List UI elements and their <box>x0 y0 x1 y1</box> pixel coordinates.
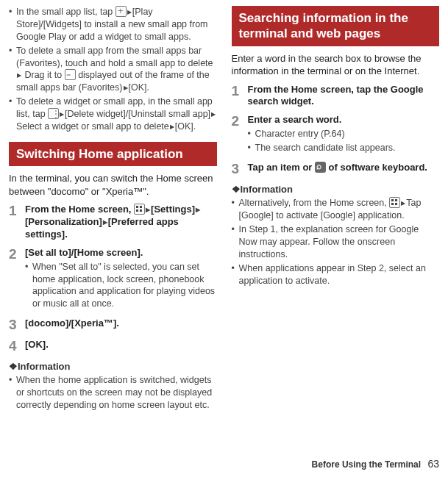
list-item: When applications appear in Step 2, sele… <box>232 262 440 287</box>
triangle-icon <box>169 121 175 133</box>
step: 1 From the Home screen, tap the Google s… <box>232 84 440 109</box>
triangle-icon <box>16 69 22 82</box>
step-number: 2 <box>232 114 248 156</box>
triangle-icon <box>400 197 406 209</box>
step-title: [docomo]/[Xperia™]. <box>25 318 217 330</box>
screen-icon <box>65 69 76 80</box>
right-column: Searching information in the terminal an… <box>224 4 440 415</box>
step-title: From the Home screen, tap the Google sea… <box>248 84 440 109</box>
list-item: The search candidate list appears. <box>248 142 440 154</box>
list-item: Character entry (P.64) <box>248 128 440 140</box>
left-column: In the small app list, tap [Play Store]/… <box>9 4 224 415</box>
list-item: In the small app list, tap [Play Store]/… <box>9 6 217 43</box>
step-number: 1 <box>232 84 248 109</box>
list-item: To delete a small app from the small app… <box>9 45 217 95</box>
info-heading: ❖Information <box>9 360 217 373</box>
page-footer: Before Using the Terminal 63 <box>0 457 448 471</box>
step-title: Enter a search word. <box>248 114 440 126</box>
search-icon <box>315 162 326 173</box>
triangle-icon <box>123 82 129 94</box>
section-header-searching: Searching information in the terminal an… <box>232 6 440 46</box>
page-columns: In the small app list, tap [Play Store]/… <box>0 0 448 415</box>
step-number: 2 <box>9 247 25 312</box>
menu-icon <box>48 108 59 119</box>
footer-section-title: Before Using the Terminal <box>312 459 421 470</box>
triangle-icon <box>127 6 132 18</box>
intro-text: In the terminal, you can switch the Home… <box>9 172 217 198</box>
step-title: Tap an item or of software keyboard. <box>248 162 440 174</box>
step-title: [OK]. <box>25 339 217 351</box>
step: 3 Tap an item or of software keyboard. <box>232 162 440 177</box>
top-bullets: In the small app list, tap [Play Store]/… <box>9 6 217 133</box>
list-item: When the home application is switched, w… <box>9 374 217 412</box>
grid-icon <box>389 197 400 208</box>
step: 4 [OK]. <box>9 339 217 354</box>
intro-text: Enter a word in the search box to browse… <box>232 52 440 78</box>
footer-page-number: 63 <box>427 458 439 470</box>
step: 2 Enter a search word. Character entry (… <box>232 114 440 156</box>
steps-right: 1 From the Home screen, tap the Google s… <box>232 84 440 177</box>
step-number: 3 <box>9 318 25 333</box>
steps-left: 1 From the Home screen, [Settings][Perso… <box>9 204 217 354</box>
step-title: From the Home screen, [Settings][Persona… <box>25 204 217 241</box>
step-number: 3 <box>232 162 248 177</box>
step: 3 [docomo]/[Xperia™]. <box>9 318 217 333</box>
plus-icon <box>115 6 127 17</box>
list-item: In Step 1, the explanation screen for Go… <box>232 223 440 261</box>
grid-icon <box>134 204 145 215</box>
step-number: 4 <box>9 339 25 354</box>
triangle-icon <box>102 216 108 229</box>
list-item: To delete a widget or small app, in the … <box>9 96 217 133</box>
info-heading: ❖Information <box>232 183 440 196</box>
section-header-switching: Switching Home application <box>9 142 217 166</box>
diamond-icon: ❖ <box>232 183 241 196</box>
triangle-icon <box>145 204 151 216</box>
triangle-icon <box>195 204 201 216</box>
diamond-icon: ❖ <box>9 360 18 373</box>
step-title: [Set all to]/[Home screen]. <box>25 247 217 259</box>
step: 1 From the Home screen, [Settings][Perso… <box>9 204 217 241</box>
step: 2 [Set all to]/[Home screen]. When "Set … <box>9 247 217 312</box>
left-info-bullets: When the home application is switched, w… <box>9 374 217 412</box>
triangle-icon <box>210 108 216 121</box>
right-info-bullets: Alternatively, from the Home screen, Tap… <box>232 197 440 287</box>
list-item: When "Set all to" is selected, you can s… <box>25 261 217 311</box>
step-number: 1 <box>9 204 25 241</box>
list-item: Alternatively, from the Home screen, Tap… <box>232 197 440 222</box>
